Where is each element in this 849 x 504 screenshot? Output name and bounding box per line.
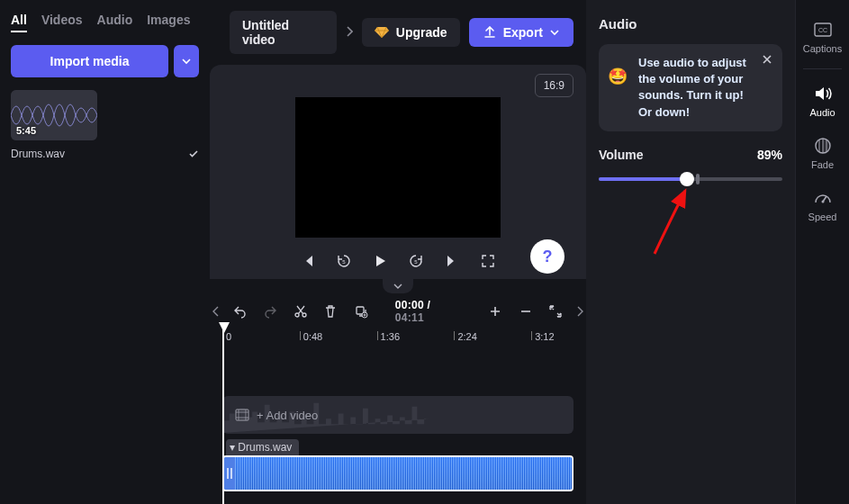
tool-speed[interactable]: Speed (796, 179, 849, 231)
video-canvas[interactable] (295, 97, 501, 238)
check-icon (188, 148, 199, 159)
fullscreen-button[interactable] (479, 252, 497, 270)
captions-icon: CC (813, 20, 833, 40)
timeline[interactable]: 0 0:48 1:36 2:24 3:12 + Add video ▾ Drum… (210, 329, 586, 491)
svg-text:5: 5 (414, 259, 418, 265)
help-button[interactable]: ? (530, 239, 564, 274)
ruler-label: 0:48 (303, 331, 322, 342)
upgrade-label: Upgrade (396, 25, 447, 40)
tool-label: Audio (809, 107, 835, 118)
skip-end-button[interactable] (443, 252, 461, 270)
tool-label: Captions (803, 43, 842, 54)
media-duration: 5:45 (16, 125, 36, 136)
add-video-label: + Add video (257, 409, 318, 422)
video-placeholder-icon (235, 409, 249, 421)
playback-controls: 5 5 (222, 238, 574, 279)
zoom-in-button[interactable] (486, 302, 504, 320)
close-icon[interactable] (759, 51, 775, 68)
chevron-down-icon (550, 28, 559, 37)
play-button[interactable] (371, 252, 389, 270)
tab-audio[interactable]: Audio (97, 13, 133, 32)
zoom-out-button[interactable] (517, 302, 535, 320)
tab-images[interactable]: Images (147, 13, 190, 32)
chevron-right-icon (346, 26, 353, 40)
chevron-down-icon (182, 57, 191, 66)
tab-all[interactable]: All (11, 13, 27, 32)
svg-rect-7 (236, 410, 248, 420)
project-title[interactable]: Untitled video (230, 11, 337, 54)
redo-button[interactable] (262, 302, 280, 320)
media-panel: All Videos Audio Images Import media 5:4… (0, 0, 210, 504)
timeline-scroll-left[interactable] (210, 306, 222, 317)
volume-label: Volume (599, 148, 644, 162)
tool-rail: CC Captions Audio Fade Speed (795, 0, 849, 504)
volume-value: 89% (757, 148, 782, 162)
aspect-ratio-button[interactable]: 16:9 (535, 74, 574, 97)
media-thumbnail[interactable]: 5:45 (11, 90, 97, 140)
fade-icon (813, 136, 833, 156)
video-track-placeholder[interactable]: + Add video (222, 396, 574, 434)
svg-point-3 (295, 313, 299, 317)
tool-label: Fade (811, 159, 834, 170)
preview-area: 16:9 5 5 ? (210, 65, 586, 279)
media-tabs: All Videos Audio Images (11, 13, 199, 32)
timecode: 00:00 / 04:11 (395, 299, 462, 324)
undo-button[interactable] (231, 302, 249, 320)
split-button[interactable] (292, 302, 310, 320)
audio-clip-label: ▾ Drums.wav (222, 439, 574, 455)
delete-button[interactable] (322, 302, 340, 320)
tool-captions[interactable]: CC Captions (796, 11, 849, 63)
annotation-arrow-icon (647, 185, 692, 257)
upgrade-button[interactable]: Upgrade (362, 18, 460, 47)
forward-5-button[interactable]: 5 (407, 252, 425, 270)
volume-slider-knob[interactable] (680, 172, 694, 186)
ruler-label: 1:36 (381, 331, 400, 342)
media-filename: Drums.wav (11, 148, 65, 160)
import-media-dropdown[interactable] (174, 45, 199, 77)
ruler-label: 0 (226, 331, 231, 342)
volume-slider[interactable] (599, 169, 782, 189)
volume-100-marker (696, 174, 700, 184)
audio-tip: 🤩 Use audio to adjust the volume of your… (599, 44, 782, 131)
timeline-scroll-right[interactable] (574, 306, 586, 317)
svg-point-4 (303, 313, 306, 317)
ruler-label: 3:12 (535, 331, 554, 342)
volume-slider-fill (599, 177, 687, 181)
properties-title: Audio (599, 16, 782, 32)
tool-label: Speed (808, 212, 837, 222)
emoji-icon: 🤩 (608, 66, 628, 88)
top-bar: Untitled video Upgrade Export (210, 0, 586, 65)
skip-start-button[interactable] (299, 252, 317, 270)
timeline-toolbar: 00:00 / 04:11 (222, 293, 574, 329)
tab-videos[interactable]: Videos (41, 13, 83, 32)
upload-icon (483, 26, 496, 39)
diamond-icon (375, 26, 389, 39)
rewind-5-button[interactable]: 5 (335, 252, 353, 270)
export-label: Export (503, 25, 543, 40)
fit-button[interactable] (546, 302, 564, 320)
speaker-icon (813, 84, 833, 104)
svg-text:CC: CC (817, 27, 826, 33)
export-button[interactable]: Export (469, 18, 574, 47)
gauge-icon (813, 188, 833, 208)
svg-text:5: 5 (342, 259, 346, 265)
timeline-ruler[interactable]: 0 0:48 1:36 2:24 3:12 (222, 329, 574, 351)
properties-panel: Audio 🤩 Use audio to adjust the volume o… (586, 0, 795, 504)
tool-audio[interactable]: Audio (796, 75, 849, 127)
playhead[interactable] (222, 328, 224, 504)
audio-clip[interactable] (222, 455, 574, 491)
tip-text: Use audio to adjust the volume of your s… (638, 56, 746, 119)
collapse-preview-button[interactable] (383, 279, 413, 293)
audio-clip-trim-handle[interactable] (224, 457, 235, 490)
import-media-button[interactable]: Import media (11, 45, 168, 77)
ruler-label: 2:24 (457, 331, 476, 342)
duplicate-button[interactable] (352, 302, 370, 320)
tool-fade[interactable]: Fade (796, 127, 849, 179)
